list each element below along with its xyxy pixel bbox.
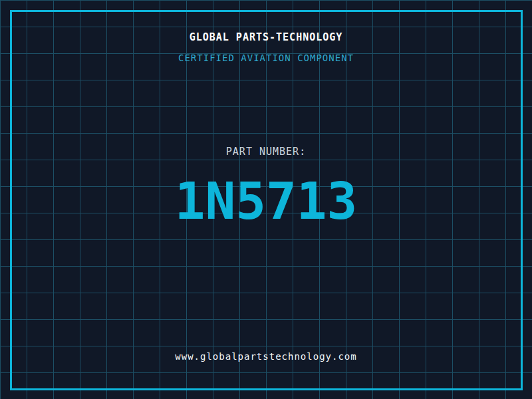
website-url: www.globalpartstechnology.com — [0, 351, 532, 362]
part-number-label: PART NUMBER: — [0, 146, 532, 158]
part-number-value: 1N5713 — [0, 171, 532, 231]
certification-subtitle: CERTIFIED AVIATION COMPONENT — [0, 53, 532, 64]
company-name: GLOBAL PARTS-TECHNOLOGY — [0, 31, 532, 43]
part-label-card: GLOBAL PARTS-TECHNOLOGY CERTIFIED AVIATI… — [0, 0, 532, 399]
